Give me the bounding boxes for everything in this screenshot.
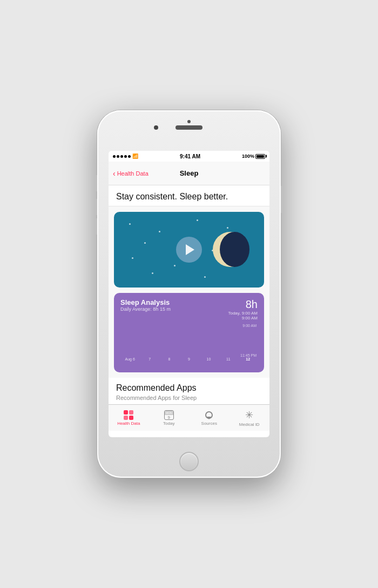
back-label: Health Data — [117, 170, 148, 177]
battery-percent: 100% — [242, 153, 254, 159]
status-right: 100% — [242, 153, 265, 159]
battery-fill — [256, 155, 264, 158]
front-sensor — [187, 120, 191, 123]
signal-dots — [113, 155, 131, 158]
wifi-icon: 📶 — [132, 153, 138, 159]
chart-label-bottom: 11:45 PM — [240, 353, 256, 357]
moon-dark-side — [220, 232, 249, 267]
chart-bars — [120, 324, 258, 355]
sleep-analysis-card: Sleep Analysis Daily Average: 8h 15 m 8h… — [114, 293, 264, 372]
video-thumbnail[interactable] — [114, 212, 264, 288]
sleep-card-header: Sleep Analysis Daily Average: 8h 15 m 8h… — [120, 298, 258, 320]
sleep-analysis-title: Sleep Analysis — [120, 298, 171, 306]
rec-title: Recommended Apps — [116, 383, 262, 393]
tab-health-data-label: Health Data — [117, 421, 140, 426]
phone-top-elements — [176, 120, 202, 130]
health-data-icon — [124, 410, 133, 420]
tab-medical-id-label: Medical ID — [239, 422, 260, 427]
sources-icon — [204, 410, 214, 420]
sleep-value: 8h — [228, 298, 258, 311]
back-button[interactable]: ‹ Health Data — [113, 169, 148, 178]
chart-x-label: 10 — [200, 357, 217, 361]
today-icon: MON 9 — [164, 410, 174, 420]
phone-screen: 📶 9:41 AM 100% ‹ Health Data Sleep Stay … — [109, 151, 269, 437]
tab-today-label: Today — [163, 421, 174, 426]
phone-frame: 📶 9:41 AM 100% ‹ Health Data Sleep Stay … — [97, 110, 281, 478]
status-bar: 📶 9:41 AM 100% — [109, 151, 269, 162]
rec-subtitle: Recommended Apps for Sleep — [116, 395, 262, 401]
moon-graphic — [210, 231, 248, 269]
chart-x-label: 8 — [161, 357, 178, 361]
chart-x-label: 11 — [220, 357, 237, 361]
status-time: 9:41 AM — [180, 153, 200, 159]
tab-sources-label: Sources — [201, 421, 217, 426]
tab-sources[interactable]: Sources — [189, 405, 230, 431]
status-left: 📶 — [113, 153, 138, 159]
tab-today[interactable]: MON 9 Today — [149, 405, 190, 431]
chart-x-label: Aug 6 — [122, 357, 138, 361]
sleep-chart: 9:00 AM Aug 6789101112 11:45 PM — [120, 324, 258, 367]
earpiece-speaker — [176, 125, 202, 130]
sleep-card-left: Sleep Analysis Daily Average: 8h 15 m — [120, 298, 171, 313]
nav-title: Sleep — [180, 169, 199, 177]
medical-id-icon: ✳ — [245, 409, 253, 421]
play-icon — [186, 244, 194, 255]
battery-icon — [255, 154, 265, 159]
tab-health-data[interactable]: Health Data — [109, 405, 149, 431]
front-camera — [154, 125, 158, 130]
chart-x-label: 12 — [240, 357, 256, 361]
sleep-time: 9:00 AM — [228, 316, 258, 320]
chart-label-top: 9:00 AM — [242, 324, 256, 328]
sleep-daily-avg: Daily Average: 8h 15 m — [120, 306, 171, 312]
screen-content: Stay consistent. Sleep better. — [109, 185, 269, 404]
back-chevron-icon: ‹ — [113, 169, 116, 178]
play-button[interactable] — [176, 237, 202, 263]
tab-medical-id[interactable]: ✳ Medical ID — [230, 405, 270, 431]
navigation-bar: ‹ Health Data Sleep — [109, 162, 269, 185]
recommended-apps-section: Recommended Apps Recommended Apps for Sl… — [109, 378, 269, 404]
chart-x-labels: Aug 6789101112 — [120, 357, 258, 361]
chart-x-label: 7 — [141, 357, 158, 361]
page-heading: Stay consistent. Sleep better. — [109, 185, 269, 206]
sleep-date: Today, 9:00 AM — [228, 311, 258, 316]
sleep-card-right: 8h Today, 9:00 AM 9:00 AM — [228, 298, 258, 320]
chart-x-label: 9 — [180, 357, 197, 361]
tab-bar: Health Data MON 9 Today Sources ✳ Medi — [109, 404, 269, 431]
home-button[interactable] — [179, 452, 199, 471]
